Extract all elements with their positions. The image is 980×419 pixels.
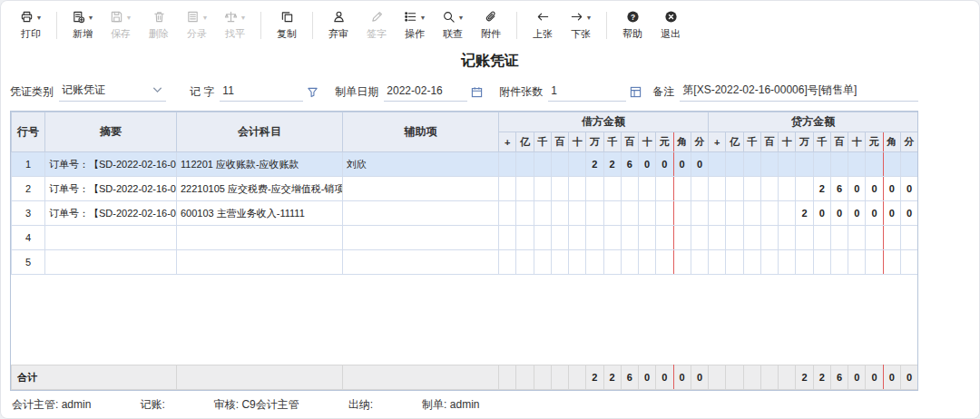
debit-digit-cell[interactable] [603, 177, 621, 201]
attachment-button[interactable]: 附件 [476, 9, 505, 41]
debit-digit-cell[interactable]: 2 [603, 152, 621, 177]
credit-digit-cell[interactable]: 0 [900, 201, 917, 226]
credit-digit-cell[interactable] [883, 250, 900, 275]
debit-digit-cell[interactable] [551, 250, 568, 275]
credit-digit-cell[interactable] [779, 201, 796, 226]
credit-digit-cell[interactable] [830, 226, 848, 250]
debit-digit-cell[interactable] [691, 201, 708, 226]
credit-digit-cell[interactable]: 0 [883, 177, 900, 201]
credit-digit-cell[interactable] [760, 201, 778, 226]
aux-cell[interactable]: 刘欣 [343, 152, 499, 177]
debit-digit-cell[interactable] [569, 226, 586, 250]
debit-digit-cell[interactable] [551, 152, 568, 177]
credit-digit-cell[interactable] [883, 152, 900, 177]
credit-digit-cell[interactable] [796, 177, 813, 201]
credit-digit-cell[interactable]: 0 [848, 177, 866, 201]
summary-cell[interactable] [45, 250, 177, 275]
debit-digit-cell[interactable] [656, 226, 673, 250]
credit-digit-cell[interactable] [760, 226, 778, 250]
credit-digit-cell[interactable] [743, 177, 760, 201]
dropdown-caret-icon[interactable]: ▼ [240, 15, 247, 21]
debit-digit-cell[interactable]: 0 [639, 152, 656, 177]
debit-digit-cell[interactable] [569, 250, 586, 275]
debit-digit-cell[interactable] [639, 250, 656, 275]
aux-cell[interactable] [343, 250, 499, 275]
credit-digit-cell[interactable] [830, 250, 848, 275]
credit-digit-cell[interactable] [900, 152, 917, 177]
credit-digit-cell[interactable] [900, 250, 917, 275]
remark-input[interactable]: 第[XS-2022-02-16-00006]号[销售单] [680, 82, 918, 102]
prev-voucher-button[interactable]: 上张 [528, 9, 557, 41]
debit-digit-cell[interactable]: 2 [586, 152, 603, 177]
save-button[interactable]: ▼保存 [106, 9, 135, 41]
account-cell[interactable] [177, 226, 343, 250]
credit-digit-cell[interactable] [743, 226, 760, 250]
credit-digit-cell[interactable] [709, 201, 726, 226]
credit-digit-cell[interactable] [796, 152, 813, 177]
debit-digit-cell[interactable] [656, 177, 673, 201]
credit-digit-cell[interactable] [779, 177, 796, 201]
credit-digit-cell[interactable] [866, 152, 883, 177]
aux-cell[interactable] [343, 177, 499, 201]
credit-digit-cell[interactable] [760, 250, 778, 275]
date-input[interactable]: 2022-02-16 [384, 82, 467, 102]
credit-digit-cell[interactable] [830, 152, 848, 177]
debit-digit-cell[interactable] [639, 226, 656, 250]
grid-icon[interactable] [630, 86, 642, 98]
dropdown-caret-icon[interactable]: ▼ [420, 15, 426, 21]
voucher-row[interactable]: 2订单号：【SD-2022-02-16-00003...22210105 应交税… [12, 177, 918, 201]
credit-digit-cell[interactable] [796, 226, 813, 250]
debit-digit-cell[interactable] [673, 226, 691, 250]
debit-digit-cell[interactable] [516, 177, 534, 201]
credit-digit-cell[interactable] [726, 177, 743, 201]
voucher-row[interactable]: 3订单号：【SD-2022-02-16-00003...600103 主营业务收… [12, 201, 918, 226]
debit-digit-cell[interactable] [639, 177, 656, 201]
credit-digit-cell[interactable] [866, 226, 883, 250]
debit-digit-cell[interactable] [691, 177, 708, 201]
summary-cell[interactable] [45, 226, 177, 250]
debit-digit-cell[interactable]: 0 [673, 152, 691, 177]
debit-digit-cell[interactable] [551, 226, 568, 250]
debit-digit-cell[interactable] [534, 250, 551, 275]
voucher-row[interactable]: 5 [12, 250, 918, 275]
credit-digit-cell[interactable]: 0 [830, 201, 848, 226]
debit-digit-cell[interactable] [569, 152, 586, 177]
aux-cell[interactable] [343, 201, 499, 226]
credit-digit-cell[interactable] [709, 250, 726, 275]
credit-digit-cell[interactable] [813, 226, 830, 250]
credit-digit-cell[interactable] [779, 226, 796, 250]
summary-cell[interactable]: 订单号：【SD-2022-02-16-00003... [45, 201, 177, 226]
voucher-row[interactable]: 1订单号：【SD-2022-02-16-00003...112201 应收账款-… [12, 152, 918, 177]
credit-digit-cell[interactable]: 0 [848, 201, 866, 226]
debit-digit-cell[interactable] [691, 226, 708, 250]
debit-digit-cell[interactable] [499, 152, 516, 177]
credit-digit-cell[interactable] [848, 250, 866, 275]
next-voucher-button[interactable]: ▼下张 [566, 9, 595, 41]
credit-digit-cell[interactable] [813, 250, 830, 275]
debit-digit-cell[interactable] [534, 152, 551, 177]
delete-button[interactable]: 删除 [144, 9, 173, 41]
entry-button[interactable]: ▼分录 [182, 9, 211, 41]
debit-digit-cell[interactable] [499, 250, 516, 275]
exit-button[interactable]: 退出 [656, 9, 685, 41]
credit-digit-cell[interactable]: 2 [796, 201, 813, 226]
credit-digit-cell[interactable] [743, 201, 760, 226]
debit-digit-cell[interactable] [673, 250, 691, 275]
dropdown-caret-icon[interactable]: ▼ [88, 15, 94, 21]
debit-digit-cell[interactable] [499, 177, 516, 201]
credit-digit-cell[interactable] [743, 250, 760, 275]
sign-button[interactable]: 签字 [362, 9, 391, 41]
dropdown-caret-icon[interactable]: ▼ [586, 15, 593, 21]
debit-digit-cell[interactable] [673, 201, 691, 226]
credit-digit-cell[interactable] [743, 152, 760, 177]
credit-digit-cell[interactable] [726, 152, 743, 177]
debit-digit-cell[interactable] [603, 201, 621, 226]
debit-digit-cell[interactable] [691, 250, 708, 275]
debit-digit-cell[interactable] [516, 201, 534, 226]
debit-digit-cell[interactable] [621, 250, 638, 275]
calendar-icon[interactable] [471, 86, 483, 98]
credit-digit-cell[interactable] [900, 226, 917, 250]
dropdown-caret-icon[interactable]: ▼ [36, 15, 43, 21]
dropdown-caret-icon[interactable]: ▼ [202, 15, 209, 21]
voucher-word-input[interactable]: 11 [220, 82, 303, 102]
